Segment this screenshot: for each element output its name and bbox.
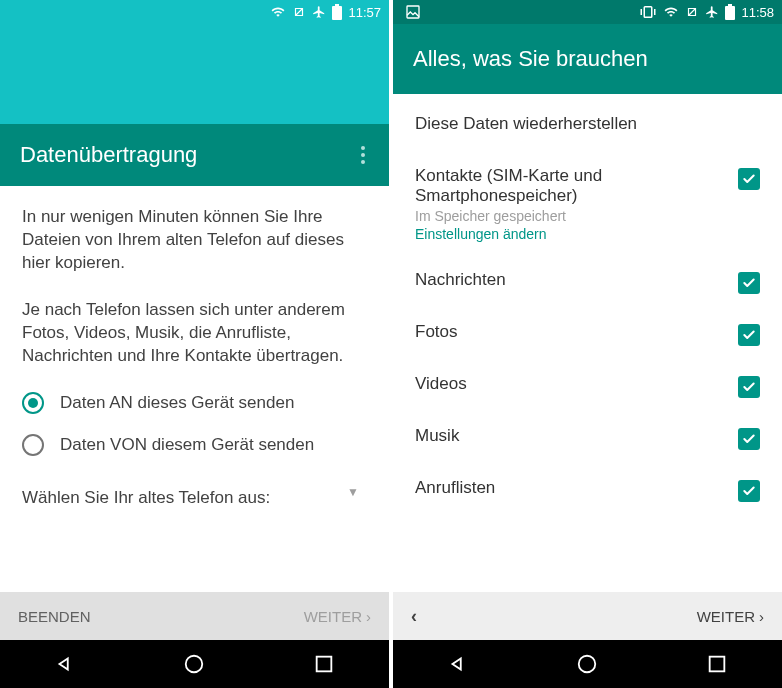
- checkbox-checked-icon[interactable]: [738, 324, 760, 346]
- item-settings-link[interactable]: Einstellungen ändern: [415, 226, 726, 242]
- intro-text-1: In nur wenigen Minuten können Sie Ihre D…: [22, 206, 367, 275]
- nav-back-icon[interactable]: [447, 653, 469, 675]
- phone-screen-1: 11:57 Datenübertragung In nur wenigen Mi…: [0, 0, 389, 688]
- nav-home-icon[interactable]: [576, 653, 598, 675]
- next-button[interactable]: WEITER ›: [697, 608, 764, 625]
- status-bar: 11:58: [393, 0, 782, 24]
- item-text: Kontakte (SIM-Karte und Smartphonespeich…: [415, 166, 738, 242]
- intro-text-2: Je nach Telefon lassen sich unter andere…: [22, 299, 367, 368]
- item-label: Musik: [415, 426, 726, 446]
- page-title: Alles, was Sie brauchen: [413, 46, 648, 72]
- old-phone-select[interactable]: Wählen Sie Ihr altes Telefon aus: ▼: [22, 476, 367, 508]
- next-label: WEITER: [697, 608, 755, 625]
- radio-label: Daten VON diesem Gerät senden: [60, 435, 314, 455]
- status-bar: 11:57: [0, 0, 389, 24]
- nav-recent-icon[interactable]: [706, 653, 728, 675]
- checkbox-checked-icon[interactable]: [738, 376, 760, 398]
- image-icon: [405, 4, 421, 20]
- nav-recent-icon[interactable]: [313, 653, 335, 675]
- wifi-icon: [663, 5, 679, 19]
- page-title: Datenübertragung: [20, 142, 197, 168]
- back-button[interactable]: ‹: [411, 606, 417, 627]
- more-icon[interactable]: [357, 142, 369, 168]
- radio-unselected-icon: [22, 434, 44, 456]
- item-label: Videos: [415, 374, 726, 394]
- title-bar: Datenübertragung: [0, 124, 389, 186]
- next-label: WEITER: [304, 608, 362, 625]
- header-banner: [0, 24, 389, 124]
- signal-icon: [685, 5, 699, 19]
- airplane-icon: [705, 5, 719, 19]
- item-label: Fotos: [415, 322, 726, 342]
- svg-point-2: [186, 656, 203, 673]
- radio-option-from[interactable]: Daten VON diesem Gerät senden: [22, 434, 367, 456]
- chevron-right-icon: ›: [759, 608, 764, 625]
- list-item[interactable]: Kontakte (SIM-Karte und Smartphonespeich…: [415, 152, 760, 256]
- list-item[interactable]: Fotos: [415, 308, 760, 360]
- nav-home-icon[interactable]: [183, 653, 205, 675]
- svg-rect-5: [645, 7, 653, 18]
- checkbox-checked-icon[interactable]: [738, 480, 760, 502]
- restore-heading: Diese Daten wiederherstellen: [415, 114, 760, 134]
- svg-point-8: [579, 656, 596, 673]
- item-text: Musik: [415, 426, 738, 446]
- list-item[interactable]: Videos: [415, 360, 760, 412]
- item-text: Anruflisten: [415, 478, 738, 498]
- svg-rect-0: [332, 6, 342, 20]
- bottom-bar: ‹ WEITER ›: [393, 592, 782, 640]
- bottom-bar: BEENDEN WEITER ›: [0, 592, 389, 640]
- nav-back-icon[interactable]: [54, 653, 76, 675]
- navigation-bar: [393, 640, 782, 688]
- signal-icon: [292, 5, 306, 19]
- content-area: Diese Daten wiederherstellen Kontakte (S…: [393, 94, 782, 592]
- battery-icon: [332, 4, 342, 20]
- list-item[interactable]: Musik: [415, 412, 760, 464]
- svg-rect-6: [725, 6, 735, 20]
- content-area: In nur wenigen Minuten können Sie Ihre D…: [0, 186, 389, 592]
- vibrate-icon: [639, 5, 657, 19]
- checkbox-checked-icon[interactable]: [738, 272, 760, 294]
- item-label: Anruflisten: [415, 478, 726, 498]
- item-text: Videos: [415, 374, 738, 394]
- quit-button[interactable]: BEENDEN: [18, 608, 91, 625]
- radio-selected-icon: [22, 392, 44, 414]
- next-button[interactable]: WEITER ›: [304, 608, 371, 625]
- list-item[interactable]: Nachrichten: [415, 256, 760, 308]
- list-item[interactable]: Anruflisten: [415, 464, 760, 516]
- svg-rect-9: [710, 657, 725, 672]
- status-time: 11:58: [741, 5, 774, 20]
- select-label: Wählen Sie Ihr altes Telefon aus:: [22, 488, 270, 508]
- item-text: Fotos: [415, 322, 738, 342]
- item-text: Nachrichten: [415, 270, 738, 290]
- airplane-icon: [312, 5, 326, 19]
- item-label: Nachrichten: [415, 270, 726, 290]
- navigation-bar: [0, 640, 389, 688]
- restore-list: Kontakte (SIM-Karte und Smartphonespeich…: [415, 152, 760, 516]
- item-label: Kontakte (SIM-Karte und Smartphonespeich…: [415, 166, 726, 206]
- title-bar: Alles, was Sie brauchen: [393, 24, 782, 94]
- svg-rect-1: [335, 4, 339, 6]
- radio-option-to[interactable]: Daten AN dieses Gerät senden: [22, 392, 367, 414]
- wifi-icon: [270, 5, 286, 19]
- chevron-right-icon: ›: [366, 608, 371, 625]
- battery-icon: [725, 4, 735, 20]
- status-time: 11:57: [348, 5, 381, 20]
- svg-rect-3: [317, 657, 332, 672]
- svg-rect-4: [407, 6, 419, 18]
- radio-label: Daten AN dieses Gerät senden: [60, 393, 294, 413]
- item-sub: Im Speicher gespeichert: [415, 208, 726, 224]
- chevron-down-icon: ▼: [347, 485, 359, 499]
- checkbox-checked-icon[interactable]: [738, 428, 760, 450]
- checkbox-checked-icon[interactable]: [738, 168, 760, 190]
- svg-rect-7: [728, 4, 732, 6]
- phone-screen-2: 11:58 Alles, was Sie brauchen Diese Date…: [393, 0, 782, 688]
